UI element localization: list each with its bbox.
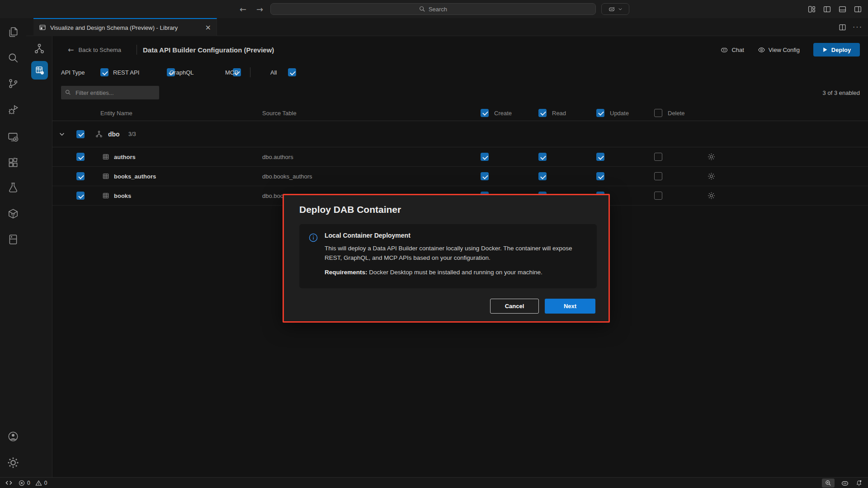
update-checkbox[interactable] (596, 153, 604, 161)
back-to-schema-button[interactable]: ← Back to Schema (68, 40, 121, 60)
notebook-icon[interactable] (7, 234, 19, 245)
info-callout: Local Container Deployment This will dep… (299, 224, 597, 288)
row-settings-gear-icon[interactable] (708, 153, 715, 161)
search-placeholder: Search (429, 6, 447, 13)
row-checkbox[interactable] (76, 153, 85, 161)
test-beaker-icon[interactable] (7, 182, 19, 193)
toggle-secondary-sidebar-icon[interactable] (854, 5, 862, 13)
graphql-label: GraphQL (170, 69, 193, 76)
explorer-icon[interactable] (7, 26, 19, 38)
server-disconnected-icon[interactable] (7, 131, 19, 143)
play-icon (822, 47, 828, 52)
view-config-button[interactable]: View Config (758, 46, 800, 54)
run-debug-icon[interactable] (7, 104, 19, 116)
split-editor-icon[interactable] (839, 23, 846, 31)
group-count: 3/3 (128, 131, 136, 137)
chat-button[interactable]: Chat (720, 46, 744, 54)
extensions-icon[interactable] (7, 157, 19, 169)
rest-api-checkbox[interactable] (100, 68, 108, 76)
enabled-summary: 3 of 3 enabled (823, 89, 860, 96)
row-settings-gear-icon[interactable] (708, 192, 715, 200)
read-checkbox[interactable] (538, 172, 547, 180)
info-heading: Local Container Deployment (325, 232, 588, 239)
titlebar: ← → Search (0, 0, 868, 18)
nav-back-icon[interactable]: ← (240, 5, 246, 14)
col-read: Read (552, 109, 566, 116)
api-type-divider (250, 67, 250, 77)
settings-gear-icon[interactable] (7, 457, 19, 469)
dab-config-view-selected[interactable] (31, 61, 48, 80)
table-icon (102, 153, 109, 160)
delete-all-checkbox[interactable] (654, 109, 662, 117)
warning-count: 0 (44, 480, 47, 486)
col-create: Create (494, 109, 512, 116)
table-row-books-authors: books_authors dbo.books_authors (52, 167, 868, 186)
row-checkbox[interactable] (76, 172, 85, 180)
page-title: Data API Builder Configuration (Preview) (143, 40, 274, 60)
tab-title: Visualize and Design Schema (Preview) - … (50, 24, 178, 31)
activity-bar (0, 18, 26, 477)
deploy-dab-container-dialog: Deploy DAB Container Local Container Dep… (283, 194, 610, 323)
table-row-authors: authors dbo.authors (52, 147, 868, 167)
create-checkbox[interactable] (481, 153, 489, 161)
delete-checkbox[interactable] (654, 192, 662, 200)
zoom-status-button[interactable] (822, 479, 835, 488)
package-container-icon[interactable] (7, 208, 19, 220)
read-all-checkbox[interactable] (538, 109, 547, 117)
tab-close-icon[interactable]: × (205, 24, 211, 31)
delete-checkbox[interactable] (654, 172, 662, 180)
dialog-title: Deploy DAB Container (299, 204, 401, 215)
col-update: Update (610, 109, 629, 116)
copilot-status-icon[interactable] (841, 479, 849, 487)
create-all-checkbox[interactable] (481, 109, 489, 117)
error-count: 0 (27, 480, 30, 486)
cancel-button[interactable]: Cancel (490, 299, 539, 314)
notifications-bell-icon[interactable] (855, 479, 863, 487)
mcp-label: MCP (225, 69, 238, 76)
database-schema-tab-icon (39, 24, 46, 31)
copilot-chat-button[interactable] (601, 3, 629, 15)
problems-indicator[interactable]: 0 0 (19, 480, 47, 486)
update-checkbox[interactable] (596, 172, 604, 180)
read-checkbox[interactable] (538, 153, 547, 161)
requirements-line: Requirements: Docker Desktop must be ins… (325, 268, 588, 277)
requirements-label: Requirements: (325, 269, 368, 276)
all-checkbox[interactable] (288, 68, 296, 76)
schema-designer-icon[interactable] (33, 43, 45, 55)
chevron-down-icon[interactable] (59, 131, 65, 137)
col-source-table: Source Table (262, 109, 297, 116)
create-checkbox[interactable] (481, 172, 489, 180)
schema-group-row-dbo: dbo 3/3 (52, 121, 868, 147)
all-label: All (270, 69, 277, 76)
group-name: dbo (108, 131, 120, 138)
tab-visualize-design-schema[interactable]: Visualize and Design Schema (Preview) - … (33, 18, 217, 36)
account-icon[interactable] (7, 431, 19, 442)
tab-bar: Visualize and Design Schema (Preview) - … (26, 18, 868, 36)
delete-checkbox[interactable] (654, 153, 662, 161)
view-header: ← Back to Schema Data API Builder Config… (52, 40, 868, 60)
copilot-icon (720, 46, 728, 54)
copilot-icon (608, 5, 615, 13)
update-all-checkbox[interactable] (596, 109, 604, 117)
next-button[interactable]: Next (545, 299, 595, 314)
info-body: This will deploy a Data API Builder cont… (325, 244, 588, 263)
row-checkbox[interactable] (76, 192, 85, 200)
row-settings-gear-icon[interactable] (708, 173, 715, 180)
api-type-filter-row: API Type REST API GraphQL MCP All (52, 64, 868, 80)
extension-side-strip (26, 36, 52, 477)
group-checkbox[interactable] (76, 130, 85, 138)
global-search-input[interactable]: Search (270, 3, 596, 15)
customize-layout-icon[interactable] (808, 5, 816, 13)
toggle-primary-sidebar-icon[interactable] (823, 5, 831, 13)
more-actions-icon[interactable]: ··· (853, 23, 863, 31)
nav-forward-icon[interactable]: → (256, 5, 263, 14)
source-control-icon[interactable] (7, 78, 19, 89)
search-view-icon[interactable] (7, 52, 19, 64)
toggle-panel-icon[interactable] (839, 5, 846, 13)
remote-indicator[interactable] (5, 479, 12, 486)
deploy-button[interactable]: Deploy (813, 43, 860, 56)
api-type-label: API Type (61, 69, 85, 76)
filter-entities-input[interactable] (61, 86, 159, 99)
vscode-window: ← → Search (0, 0, 868, 488)
requirements-text: Docker Desktop must be installed and run… (368, 269, 542, 276)
